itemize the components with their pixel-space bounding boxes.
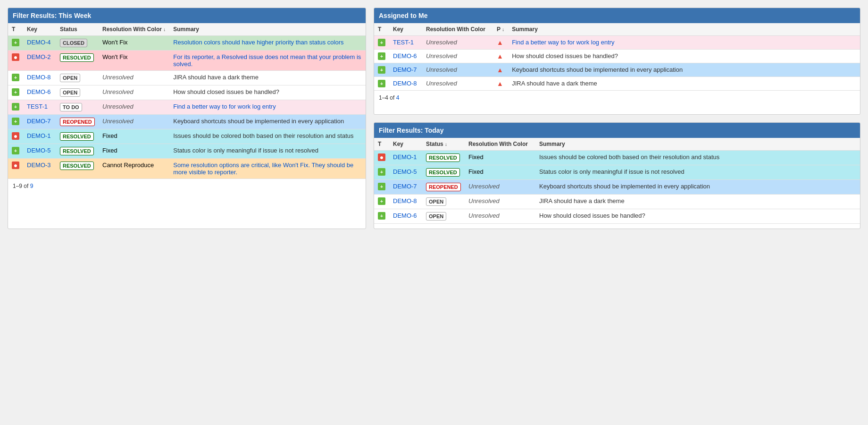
issue-key-link[interactable]: DEMO-6 [27, 88, 51, 95]
status-badge: OPEN [60, 88, 80, 97]
this-week-header-row: T Key Status Resolution With Color ↓ Sum… [8, 23, 366, 36]
table-row: + DEMO-6 OPEN Unresolved How should clos… [374, 209, 860, 223]
resolution-value: Unresolved [426, 52, 457, 60]
assigned-to-me-header-row: T Key Resolution With Color P ↓ Summary [374, 23, 860, 36]
col-key: Key [23, 23, 56, 36]
summary-link[interactable]: Some resolution options are critical, li… [173, 162, 353, 176]
sort-arrow: ↓ [502, 27, 504, 32]
col-resolution: Resolution With Color [465, 138, 535, 151]
assigned-to-me-tbody: + TEST-1 Unresolved ▲ Find a better way … [374, 36, 860, 91]
resolution-value: Fixed [468, 168, 484, 175]
table-row: + DEMO-8 Unresolved ▲ JIRA should have a… [374, 77, 860, 91]
summary-link[interactable]: Find a better way to for work log entry [512, 39, 614, 46]
issue-key-link[interactable]: DEMO-5 [393, 168, 417, 175]
resolution-value: Cannot Reproduce [102, 162, 154, 169]
issue-key-link[interactable]: DEMO-6 [393, 212, 417, 219]
issue-key-link[interactable]: DEMO-3 [27, 162, 51, 169]
summary-link[interactable]: Find a better way to for work log entry [173, 103, 275, 110]
summary-text: Keyboard shortcuts shoud be implemented … [173, 118, 344, 125]
assigned-to-me-table: T Key Resolution With Color P ↓ Summary … [374, 23, 860, 91]
status-badge: RESOLVED [426, 168, 460, 177]
resolution-value: Unresolved [102, 118, 134, 125]
type-icon: + [378, 197, 385, 205]
summary-text: Issues should be colored both based on t… [173, 132, 353, 139]
summary-text: How should closed issues be handled? [512, 52, 618, 60]
table-row: + TEST-1 TO DO Unresolved Find a better … [8, 100, 366, 115]
issue-key-link[interactable]: DEMO-6 [393, 52, 417, 60]
today-page-link[interactable]: 5 [396, 228, 400, 230]
type-icon: + [378, 66, 385, 74]
type-icon: + [378, 183, 385, 190]
summary-text: How should closed issues be handled? [539, 212, 645, 219]
table-row: ● DEMO-1 RESOLVED Fixed Issues should be… [374, 150, 860, 165]
col-summary: Summary [508, 23, 860, 36]
issue-key-link[interactable]: TEST-1 [393, 39, 414, 46]
summary-text: Keyboard shortcuts shoud be implemented … [512, 66, 683, 73]
assigned-page-link[interactable]: 4 [396, 94, 400, 101]
type-icon: + [12, 103, 19, 110]
filter-today-pagination: 1–5 of 5 [374, 224, 860, 230]
issue-key-link[interactable]: DEMO-7 [27, 118, 51, 125]
right-column: Assigned to Me T Key Resolution With Col… [374, 8, 860, 229]
assigned-page-text: 1–4 of [379, 94, 396, 101]
filter-today-header-row: T Key Status ↓ Resolution With Color Sum… [374, 138, 860, 151]
this-week-panel: Filter Results: This Week T Key Status R… [8, 8, 366, 229]
summary-text: Issues should be colored both based on t… [539, 153, 719, 161]
this-week-page-link[interactable]: 9 [30, 183, 33, 189]
type-icon: + [12, 39, 19, 46]
summary-text: JIRA should have a dark theme [173, 74, 259, 81]
issue-key-link[interactable]: DEMO-8 [393, 197, 417, 204]
issue-key-link[interactable]: TEST-1 [27, 103, 48, 110]
issue-key-link[interactable]: DEMO-1 [393, 153, 417, 161]
summary-link[interactable]: Resolution colors should have higher pri… [173, 39, 343, 46]
col-resolution[interactable]: Resolution With Color ↓ [99, 23, 169, 36]
resolution-value: Unresolved [468, 183, 500, 190]
type-icon: + [378, 39, 385, 46]
type-icon: + [12, 118, 19, 125]
type-icon: + [12, 147, 19, 154]
resolution-value: Won't Fix [102, 39, 128, 46]
issue-key-link[interactable]: DEMO-2 [27, 53, 51, 60]
issue-key-link[interactable]: DEMO-4 [27, 39, 51, 46]
assigned-to-me-pagination: 1–4 of 4 [374, 91, 860, 105]
assigned-to-me-panel: Assigned to Me T Key Resolution With Col… [374, 8, 860, 115]
priority-icon: ▲ [497, 80, 503, 87]
resolution-value: Unresolved [426, 39, 457, 46]
col-type: T [374, 23, 389, 36]
col-key: Key [389, 23, 422, 36]
issue-key-link[interactable]: DEMO-5 [27, 147, 51, 154]
summary-link[interactable]: For its reporter, a Resolved issue does … [173, 53, 361, 68]
type-icon: ● [378, 153, 385, 161]
type-icon: ● [12, 132, 19, 140]
issue-key-link[interactable]: DEMO-8 [393, 80, 417, 87]
table-row: + DEMO-6 Unresolved ▲ How should closed … [374, 50, 860, 63]
status-badge: RESOLVED [60, 132, 94, 141]
status-badge: OPEN [60, 74, 80, 82]
type-icon: + [378, 52, 385, 60]
assigned-to-me-header: Assigned to Me [374, 8, 860, 23]
sort-arrow: ↓ [445, 142, 447, 147]
table-row: + TEST-1 Unresolved ▲ Find a better way … [374, 36, 860, 50]
issue-key-link[interactable]: DEMO-1 [27, 132, 51, 139]
table-row: + DEMO-4 CLOSED Won't Fix Resolution col… [8, 36, 366, 51]
col-priority[interactable]: P ↓ [493, 23, 508, 36]
col-status[interactable]: Status ↓ [422, 138, 465, 151]
table-row: + DEMO-5 RESOLVED Fixed Status color is … [374, 165, 860, 179]
issue-key-link[interactable]: DEMO-7 [393, 66, 417, 73]
resolution-value: Won't Fix [102, 53, 128, 60]
resolution-value: Fixed [102, 132, 117, 139]
issue-key-link[interactable]: DEMO-8 [27, 74, 51, 81]
table-row: + DEMO-8 OPEN Unresolved JIRA should hav… [8, 71, 366, 85]
status-badge: REOPENED [426, 183, 461, 191]
type-icon: ● [12, 53, 19, 61]
assigned-to-me-title: Assigned to Me [379, 12, 427, 19]
issue-key-link[interactable]: DEMO-7 [393, 183, 417, 190]
table-row: + DEMO-5 RESOLVED Fixed Status color is … [8, 144, 366, 159]
status-badge: RESOLVED [60, 162, 94, 170]
table-row: + DEMO-7 REOPENED Unresolved Keyboard sh… [374, 179, 860, 194]
resolution-value: Unresolved [468, 212, 500, 219]
col-key: Key [389, 138, 422, 151]
status-badge: RESOLVED [426, 153, 460, 162]
filter-today-header: Filter Results: Today [374, 123, 860, 138]
filter-today-table: T Key Status ↓ Resolution With Color Sum… [374, 138, 860, 224]
